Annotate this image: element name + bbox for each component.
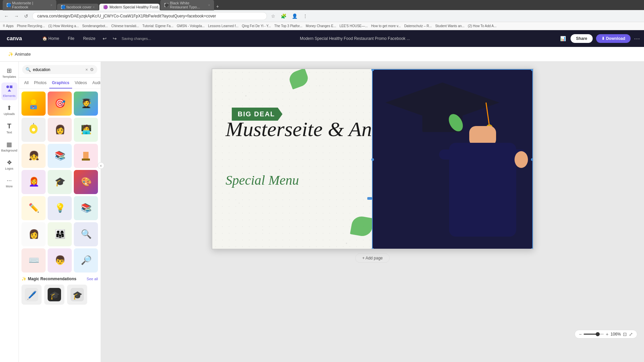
reload-button[interactable]: ↺ [23, 12, 30, 20]
chart-icon[interactable]: 📊 [559, 35, 567, 43]
graphic-item-17[interactable]: 👨‍👩‍👧 [48, 222, 72, 246]
undo-button[interactable]: ↩ [101, 35, 108, 43]
zoom-out-button[interactable]: − [579, 331, 582, 337]
search-input[interactable] [33, 67, 83, 72]
graphic-item-3[interactable]: 🧑‍🎓 [74, 92, 98, 116]
share-button[interactable]: Share [571, 34, 592, 43]
graphic-item-9[interactable] [74, 144, 98, 168]
home-button[interactable]: 🏠 Home [40, 35, 62, 42]
tab-videos[interactable]: Videos [72, 78, 90, 88]
graphic-item-2[interactable]: 🎯 [48, 92, 72, 116]
graphic-item-1[interactable]: 📚 [21, 92, 46, 116]
graphic-item-18[interactable]: 🔍 [74, 222, 98, 246]
clear-search-button[interactable]: × [85, 67, 88, 72]
graphics-grid: 📚 🎯 🧑‍🎓 👩 🧑‍💻 👧 [21, 92, 98, 273]
graphic-item-12[interactable]: 🎨 [74, 170, 98, 194]
filter-button[interactable]: ⚙ [90, 67, 94, 72]
tab-close-4[interactable]: × [208, 3, 210, 7]
bookmark-6[interactable]: GMSN - Vologda... [177, 24, 205, 28]
subtitle-text[interactable]: Special Menu [226, 172, 299, 188]
svg-point-42 [262, 230, 263, 231]
file-button[interactable]: File [65, 35, 77, 42]
tab-modern-healthy[interactable]: 🟣 Modern Special Healthy Food... × [99, 4, 160, 10]
tab-graphics[interactable]: Graphics [49, 78, 72, 88]
bookmark-2[interactable]: (1) How Working a... [48, 24, 79, 28]
bookmark-9[interactable]: The Top 3 Platfor... [274, 24, 303, 28]
graphic-item-6[interactable]: 🧑‍💻 [74, 118, 98, 142]
redo-button[interactable]: ↪ [111, 35, 118, 43]
sidebar-item-uploads[interactable]: ⬆ Uploads [1, 102, 17, 118]
graphic-item-20[interactable]: 👦 [48, 248, 72, 273]
forward-button[interactable]: → [13, 12, 20, 20]
bookmark-11[interactable]: LEE'S HOUSE—... [339, 24, 368, 28]
download-button[interactable]: ⬇ Download [596, 34, 631, 43]
tab-all[interactable]: All [21, 78, 31, 88]
add-page-button[interactable]: + Add page [355, 253, 390, 263]
graphic-item-8[interactable]: 📚 [48, 144, 72, 168]
bookmark-7[interactable]: Lessons Learned f... [208, 24, 238, 28]
graphic-item-19[interactable]: ⌨️ [21, 248, 46, 273]
bookmark-4[interactable]: Chinese translati... [111, 24, 139, 28]
bookmark-10[interactable]: Money Changes E... [306, 24, 336, 28]
bookmark-15[interactable]: (2) How To Add A... [468, 24, 496, 28]
tab-close-2[interactable]: × [93, 5, 95, 9]
fullscreen-button[interactable]: ⤢ [629, 331, 633, 337]
bookmark-1[interactable]: Phone Recycling... [17, 24, 45, 28]
graphic-item-11[interactable]: 🎓 [48, 170, 72, 194]
magic-item-mortarboard[interactable]: 🎓 [67, 285, 87, 305]
bookmark-apps[interactable]: ⠿ Apps [3, 24, 14, 28]
tab-close-1[interactable]: × [50, 3, 52, 7]
new-tab-button[interactable]: + [215, 2, 220, 10]
graphic-item-21[interactable]: 🔎 [74, 248, 98, 273]
more-options-btn[interactable]: ⋮ [302, 12, 309, 20]
graphic-item-4[interactable] [21, 118, 46, 142]
bookmark-12[interactable]: How to get more v... [371, 24, 401, 28]
browser-tabs: 🔵 Musterseite | Facebook × 🔵 facebook co… [3, 0, 220, 10]
collapse-panel-button[interactable]: ‹ [98, 162, 104, 169]
profile-btn[interactable]: 👤 [290, 12, 299, 20]
graphic-item-13[interactable]: ✏️ [21, 196, 46, 220]
svg-text:🎯: 🎯 [55, 98, 66, 109]
sidebar-item-text[interactable]: T Text [1, 120, 17, 137]
graphic-item-5[interactable]: 👩 [48, 118, 72, 142]
tab-audio[interactable]: Audio [90, 78, 101, 88]
animate-button[interactable]: ✨ Animate [5, 50, 34, 58]
graduation-section[interactable] [372, 69, 533, 249]
graphic-item-16[interactable]: 👩 [21, 222, 46, 246]
sidebar-item-elements[interactable]: Elements [1, 82, 17, 100]
tab-black-white[interactable]: ⚫ Black White Restaurant Typo... × [160, 0, 214, 10]
magic-item-cap[interactable]: 🎓 [44, 285, 64, 305]
sidebar-item-background[interactable]: ▦ Background [1, 138, 17, 155]
graphic-item-10[interactable]: 👩‍🦰 [21, 170, 46, 194]
zoom-in-button[interactable]: + [606, 331, 608, 337]
bookmark-14[interactable]: Student Wants an... [435, 24, 464, 28]
see-all-button[interactable]: See all [87, 277, 98, 281]
address-bar-row: ← → ↺ ☆ 🧩 👤 ⋮ [0, 10, 644, 22]
bookmark-5[interactable]: Tutorial: Eigene Fa... [142, 24, 173, 28]
more-menu-button[interactable]: ⋯ [634, 35, 640, 42]
zoom-handle[interactable] [596, 332, 600, 336]
address-input[interactable] [32, 12, 267, 20]
zoom-slider[interactable] [584, 334, 604, 335]
canvas-page[interactable]: BIG DEAL Musterseite & Angebot Special M… [212, 68, 534, 249]
graphic-item-7[interactable]: 👧 [21, 144, 46, 168]
fit-screen-button[interactable]: ⊡ [623, 331, 627, 337]
tab-photos[interactable]: Photos [31, 78, 49, 88]
sidebar-item-templates[interactable]: ⊞ Templates [1, 64, 17, 81]
bookmark-star[interactable]: ☆ [270, 12, 277, 20]
tab-facebook-cover[interactable]: 🔵 facebook cover × [57, 4, 99, 10]
bookmark-3[interactable]: Sonderangebot... [82, 24, 108, 28]
canvas-scroll[interactable]: ⧉ ⤢ [101, 62, 644, 362]
bookmark-13[interactable]: Datenschutz – R... [404, 24, 432, 28]
sidebar-item-more[interactable]: ··· More [1, 174, 17, 191]
extensions-btn[interactable]: 🧩 [279, 12, 288, 20]
back-button[interactable]: ← [3, 12, 10, 20]
resize-button[interactable]: Resize [80, 35, 98, 42]
graphic-item-14[interactable]: 💡 [48, 196, 72, 220]
sidebar-item-logos[interactable]: ❖ Logos [1, 156, 17, 173]
canva-logo[interactable]: canva [4, 33, 36, 44]
graphic-item-15[interactable]: 📚 [74, 196, 98, 220]
tab-musterseite[interactable]: 🔵 Musterseite | Facebook × [3, 0, 56, 10]
magic-item-pen[interactable]: 🖊️ [21, 285, 42, 305]
bookmark-8[interactable]: Qing Fei De Yi - Y... [242, 24, 271, 28]
